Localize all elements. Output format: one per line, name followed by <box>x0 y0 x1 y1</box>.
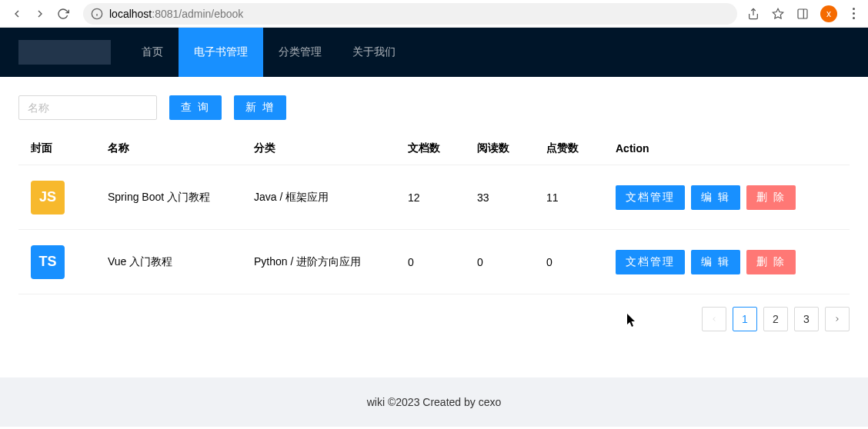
forward-button[interactable] <box>34 8 46 20</box>
table-body: JSSpring Boot 入门教程Java / 框架应用123311文档管理编… <box>18 165 850 294</box>
table-row: JSSpring Boot 入门教程Java / 框架应用123311文档管理编… <box>18 165 850 230</box>
doc-manage-button[interactable]: 文档管理 <box>616 185 685 210</box>
site-info-icon[interactable] <box>91 8 103 20</box>
cell-name: Vue 入门教程 <box>95 230 242 294</box>
star-icon[interactable] <box>771 7 785 21</box>
search-input[interactable] <box>18 95 157 120</box>
delete-button[interactable]: 删 除 <box>746 185 796 210</box>
url-port: :8081 <box>152 8 179 20</box>
svg-marker-4 <box>773 8 783 18</box>
page-next[interactable] <box>825 307 850 331</box>
url-host: localhost <box>109 8 152 20</box>
table-header-row: 封面 名称 分类 文档数 阅读数 点赞数 Action <box>18 132 850 165</box>
nav-item-home[interactable]: 首页 <box>126 28 179 77</box>
menu-icon[interactable] <box>848 8 859 19</box>
footer: wiki ©2023 Created by cexo <box>0 377 868 427</box>
cell-cover: TS <box>18 230 95 294</box>
query-button[interactable]: 查 询 <box>169 95 222 120</box>
ebook-table: 封面 名称 分类 文档数 阅读数 点赞数 Action JSSpring Boo… <box>18 132 850 294</box>
action-buttons: 文档管理编 辑删 除 <box>616 250 837 274</box>
back-button[interactable] <box>11 8 23 20</box>
table-row: TSVue 入门教程Python / 进阶方向应用000文档管理编 辑删 除 <box>18 230 850 294</box>
url-text: localhost:8081/admin/ebook <box>109 8 729 20</box>
cover-image: JS <box>31 181 65 214</box>
avatar[interactable]: x <box>820 5 837 22</box>
th-category: 分类 <box>242 132 396 165</box>
share-icon[interactable] <box>746 7 760 21</box>
doc-manage-button[interactable]: 文档管理 <box>616 250 685 274</box>
url-bar[interactable]: localhost:8081/admin/ebook <box>83 3 737 25</box>
cover-image: TS <box>31 245 65 279</box>
th-docs: 文档数 <box>396 132 465 165</box>
cell-docs: 0 <box>396 230 465 294</box>
refresh-button[interactable] <box>57 8 69 20</box>
url-path: /admin/ebook <box>179 8 243 20</box>
cell-action: 文档管理编 辑删 除 <box>603 165 850 230</box>
svg-rect-5 <box>798 9 807 18</box>
delete-button[interactable]: 删 除 <box>746 250 796 274</box>
nav-items: 首页 电子书管理 分类管理 关于我们 <box>126 28 411 77</box>
th-cover: 封面 <box>18 132 95 165</box>
toolbar: 查 询 新 增 <box>18 95 850 120</box>
chrome-right-icons: x <box>743 5 862 22</box>
cell-views: 0 <box>465 230 534 294</box>
panel-icon[interactable] <box>796 7 810 21</box>
cell-name: Spring Boot 入门教程 <box>95 165 242 230</box>
th-likes: 点赞数 <box>534 132 603 165</box>
top-nav: 首页 电子书管理 分类管理 关于我们 <box>0 28 868 77</box>
cell-views: 33 <box>465 165 534 230</box>
nav-item-about[interactable]: 关于我们 <box>337 28 411 77</box>
page-2[interactable]: 2 <box>763 307 788 331</box>
th-action: Action <box>603 132 850 165</box>
nav-item-category[interactable]: 分类管理 <box>263 28 337 77</box>
page-1[interactable]: 1 <box>733 307 757 331</box>
content: 查 询 新 增 封面 名称 分类 文档数 阅读数 点赞数 Action JSSp… <box>0 77 868 362</box>
cell-likes: 11 <box>534 165 603 230</box>
th-views: 阅读数 <box>465 132 534 165</box>
edit-button[interactable]: 编 辑 <box>691 185 740 210</box>
cell-cover: JS <box>18 165 95 230</box>
cell-likes: 0 <box>534 230 603 294</box>
cell-category: Python / 进阶方向应用 <box>242 230 396 294</box>
pagination: 1 2 3 <box>18 294 850 344</box>
add-button[interactable]: 新 增 <box>234 95 286 120</box>
nav-item-ebook[interactable]: 电子书管理 <box>179 28 263 77</box>
page-3[interactable]: 3 <box>794 307 819 331</box>
browser-chrome: localhost:8081/admin/ebook x <box>0 0 868 28</box>
th-name: 名称 <box>95 132 242 165</box>
cell-category: Java / 框架应用 <box>242 165 396 230</box>
cell-docs: 12 <box>396 165 465 230</box>
edit-button[interactable]: 编 辑 <box>691 250 740 274</box>
logo <box>18 40 111 65</box>
cell-action: 文档管理编 辑删 除 <box>603 230 850 294</box>
action-buttons: 文档管理编 辑删 除 <box>616 185 837 210</box>
page-prev[interactable] <box>702 307 726 331</box>
browser-nav-arrows <box>6 8 77 20</box>
